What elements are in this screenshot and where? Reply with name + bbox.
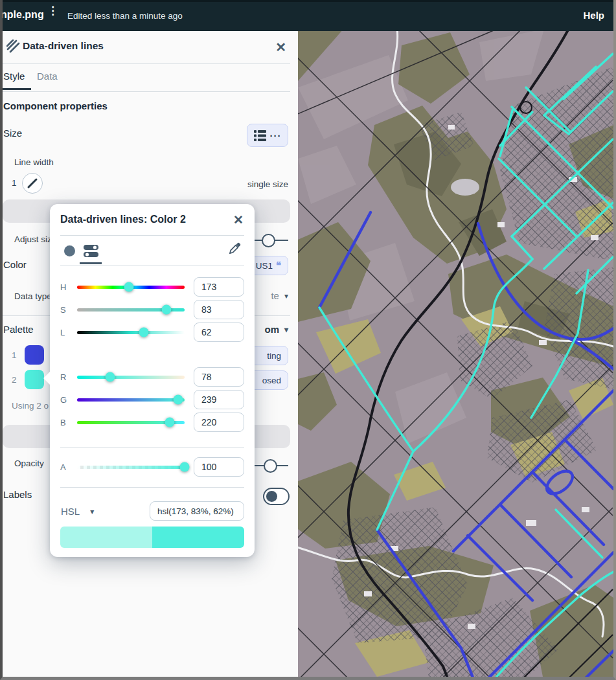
kebab-menu-icon[interactable]: ⋮ <box>47 8 58 14</box>
more-options-icon: ··· <box>270 130 282 141</box>
data-type-label: Data type <box>14 291 52 301</box>
slider-label: B <box>60 418 71 427</box>
green-knob[interactable] <box>173 395 183 405</box>
palette-value-2: osed <box>262 376 281 385</box>
edited-status: Edited less than a minute ago <box>67 11 183 21</box>
red-input[interactable] <box>194 367 244 387</box>
palette-label: Palette <box>3 324 34 335</box>
red-knob[interactable] <box>105 372 115 382</box>
color-format-dropdown[interactable]: HSL ▾ <box>61 506 94 517</box>
panel-close-icon[interactable]: ✕ <box>275 40 286 55</box>
dialog-title: Data-driven lines: Color 2 <box>60 214 186 225</box>
current-color-swatch[interactable] <box>152 527 244 548</box>
alpha-track[interactable] <box>77 466 185 469</box>
palette-usage-note: Using 2 o <box>12 401 49 411</box>
lightness-knob[interactable] <box>139 328 148 337</box>
slider-label: R <box>60 372 71 382</box>
chevron-down-icon: ▾ <box>284 325 288 334</box>
app-window: nple.png ⋮ Edited less than a minute ago… <box>0 0 616 680</box>
saturation-slider-row: S <box>60 300 244 319</box>
color-preview-swatch <box>60 527 244 548</box>
active-mode-underline <box>80 262 102 264</box>
previous-color-swatch[interactable] <box>60 527 152 548</box>
blue-input[interactable] <box>194 413 244 432</box>
slider-label: G <box>60 395 71 405</box>
hue-knob[interactable] <box>124 282 133 292</box>
opacity-slider-knob[interactable] <box>264 459 277 473</box>
alpha-input[interactable] <box>194 457 244 477</box>
adjust-size-slider-knob[interactable] <box>262 234 275 247</box>
green-slider-row: G <box>60 390 244 409</box>
color-picker-dialog: Data-driven lines: Color 2 ✕ H S <box>50 204 255 557</box>
dialog-close-icon[interactable]: ✕ <box>233 212 244 227</box>
file-title[interactable]: nple.png <box>1 9 44 21</box>
format-value: HSL <box>61 506 80 517</box>
layer-type-lines-icon <box>6 40 21 54</box>
toggle-knob <box>266 491 277 502</box>
attribute-name: US1 <box>256 261 273 271</box>
slider-label: L <box>60 328 71 337</box>
line-width-value: 1 <box>12 178 17 188</box>
slider-label: S <box>60 305 71 315</box>
alpha-knob[interactable] <box>180 462 190 472</box>
pencil-icon[interactable] <box>22 173 43 194</box>
opacity-label: Opacity <box>14 459 44 468</box>
slider-label: A <box>60 462 71 472</box>
alpha-slider-row: A <box>60 457 244 477</box>
palette-dropdown-value: om <box>264 324 279 335</box>
green-track[interactable] <box>77 398 185 402</box>
palette-swatch-1[interactable] <box>25 345 44 365</box>
sliders-mode-icon[interactable] <box>84 244 99 258</box>
adjust-size-label: Adjust siz <box>14 234 52 244</box>
palette-value-1: ting <box>267 351 281 361</box>
top-bar: nple.png ⋮ Edited less than a minute ago… <box>0 0 616 31</box>
size-label: Size <box>3 128 22 139</box>
palette-row-index: 1 <box>12 350 17 360</box>
hue-input[interactable] <box>194 277 244 297</box>
blue-slider-row: B <box>60 413 244 432</box>
labels-label: Labels <box>3 489 32 500</box>
tab-data[interactable]: Data <box>37 71 58 82</box>
stacked-rows-icon <box>254 130 266 141</box>
size-style-button[interactable]: ··· <box>247 124 288 147</box>
lightness-track[interactable] <box>77 331 185 334</box>
panel-title: Data-driven lines <box>23 40 104 52</box>
tab-style[interactable]: Style <box>3 71 25 82</box>
chevron-down-icon: ▾ <box>90 507 94 516</box>
map-canvas[interactable] <box>298 29 613 677</box>
map-pond <box>451 179 479 196</box>
color-label: Color <box>3 259 27 270</box>
line-width-label: Line width <box>14 157 54 167</box>
palette-dropdown[interactable]: om ▾ <box>264 324 288 335</box>
solid-color-mode-icon[interactable] <box>64 245 75 256</box>
css-color-input[interactable] <box>150 501 244 521</box>
lightness-input[interactable] <box>194 323 244 342</box>
lightness-slider-row: L <box>60 323 244 342</box>
help-button[interactable]: Help <box>583 10 604 21</box>
data-type-dropdown[interactable]: te ▾ <box>271 290 288 301</box>
blue-knob[interactable] <box>165 418 175 427</box>
red-slider-row: R <box>60 367 244 387</box>
eyedropper-icon[interactable] <box>228 242 242 255</box>
quote-icon: ❝ <box>276 260 281 271</box>
saturation-knob[interactable] <box>161 305 171 315</box>
red-track[interactable] <box>77 376 185 379</box>
hue-slider-row: H <box>60 277 244 297</box>
palette-swatch-2[interactable] <box>25 370 44 389</box>
saturation-input[interactable] <box>194 300 244 319</box>
chevron-down-icon: ▾ <box>284 291 288 300</box>
green-input[interactable] <box>194 390 244 409</box>
data-type-value: te <box>271 290 279 301</box>
section-heading: Component properties <box>3 100 108 111</box>
slider-label: H <box>60 282 71 292</box>
labels-toggle[interactable] <box>263 488 290 505</box>
size-mode-value: single size <box>247 179 288 189</box>
active-tab-underline <box>3 88 31 90</box>
palette-row-index: 2 <box>12 375 17 385</box>
